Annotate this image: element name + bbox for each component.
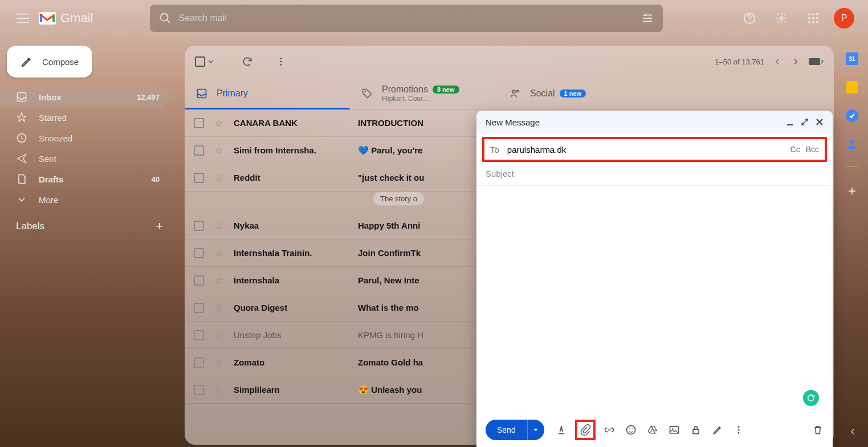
compose-footer: Send [476,413,833,447]
tab-social[interactable]: Social 1 new [498,78,646,109]
svg-point-3 [646,21,648,23]
star-button[interactable]: ☆ [214,384,223,396]
row-checkbox[interactable] [194,173,204,183]
subject: Parul, New Inte [358,275,419,285]
side-panel: 31 + [836,36,868,199]
input-tools-button[interactable] [809,57,824,66]
fullscreen-button[interactable] [801,118,809,126]
star-button[interactable]: ☆ [214,274,223,287]
tasks-app-icon[interactable] [846,109,858,122]
keep-app-icon[interactable] [846,81,858,94]
contacts-app-icon[interactable] [846,138,858,151]
svg-point-2 [649,17,651,19]
sidebar-item-inbox[interactable]: Inbox 12,497 [0,87,169,107]
search-options-icon[interactable] [641,12,654,25]
row-checkbox[interactable] [194,385,204,395]
star-button[interactable]: ☆ [214,117,223,129]
row-checkbox[interactable] [194,221,204,231]
svg-point-32 [737,426,739,428]
main-menu-button[interactable] [9,5,36,32]
row-checkbox[interactable] [194,145,204,156]
svg-point-23 [364,91,366,92]
gmail-logo[interactable]: Gmail [39,11,93,26]
tab-primary[interactable]: Primary [185,78,350,109]
compose-header[interactable]: New Message [476,111,833,133]
star-button[interactable]: ☆ [214,220,223,232]
support-button[interactable] [738,7,761,30]
star-button[interactable]: ☆ [214,144,223,157]
sidebar-item-starred[interactable]: Starred [0,107,169,128]
close-button[interactable] [816,118,824,126]
star-button[interactable]: ☆ [214,247,223,259]
bcc-button[interactable]: Bcc [806,145,819,154]
select-all-checkbox[interactable] [195,56,214,67]
settings-button[interactable] [770,7,793,30]
send-button[interactable]: Send [486,420,527,440]
to-input[interactable] [507,145,790,155]
insert-link-button[interactable] [604,424,615,436]
formatting-button[interactable] [556,424,567,436]
show-side-panel-button[interactable] [847,426,858,437]
row-checkbox[interactable] [194,357,204,368]
sidebar-item-snoozed[interactable]: Snoozed [0,128,169,148]
sender: Nykaa [234,221,348,230]
calendar-app-icon[interactable]: 31 [846,52,858,65]
grammarly-icon[interactable] [803,390,819,406]
labels-header: Labels + [0,210,177,234]
next-page-button[interactable] [790,56,801,67]
row-checkbox[interactable] [194,248,204,258]
subject: Happy 5th Anni [358,221,420,230]
svg-rect-22 [198,89,206,97]
attachment-chip[interactable]: The story o [373,192,425,206]
tab-promotions[interactable]: Promotions 8 new Flipkart, Cour... [350,78,498,109]
compose-button[interactable]: Compose [7,46,92,78]
add-app-button[interactable]: + [848,183,856,199]
sender: Simplilearn [234,385,348,395]
more-options-button[interactable] [733,425,744,435]
subject-input[interactable] [476,162,833,186]
header: Gmail P [0,0,868,36]
svg-point-25 [517,90,519,92]
sender: Internshala Trainin. [234,248,348,258]
row-checkbox[interactable] [194,275,204,286]
row-checkbox[interactable] [194,118,204,128]
attach-file-button-highlighted[interactable] [575,420,596,440]
sidebar-item-more[interactable]: More [0,189,169,210]
confidential-mode-button[interactable] [690,424,702,436]
row-checkbox[interactable] [194,330,204,340]
svg-point-1 [645,14,647,17]
svg-point-8 [812,13,814,15]
insert-photo-button[interactable] [669,424,680,436]
compose-window: New Message To Cc Bcc Send [476,111,833,447]
row-checkbox[interactable] [194,303,204,313]
svg-point-11 [812,17,814,19]
search-bar[interactable] [150,5,663,32]
star-button[interactable]: ☆ [214,172,223,184]
promotions-badge: 8 new [433,86,459,94]
compose-body[interactable] [476,186,833,413]
sidebar-item-drafts[interactable]: Drafts 40 [0,169,169,189]
star-button[interactable]: ☆ [214,356,223,369]
account-avatar[interactable]: P [834,8,854,29]
search-icon [159,12,172,25]
add-label-button[interactable]: + [156,219,163,234]
sender: Unstop Jobs [234,330,348,340]
star-button[interactable]: ☆ [214,329,223,342]
minimize-button[interactable] [786,118,794,126]
send-options-button[interactable] [527,420,544,440]
pagination-range: 1–50 of 13,761 [715,58,764,66]
more-button[interactable] [276,56,286,67]
prev-page-button[interactable] [772,56,783,67]
cc-button[interactable]: Cc [790,145,800,154]
star-button[interactable]: ☆ [214,302,223,314]
apps-button[interactable] [802,7,825,30]
refresh-button[interactable] [242,56,253,67]
insert-signature-button[interactable] [712,424,723,436]
insert-emoji-button[interactable] [625,424,637,436]
discard-draft-button[interactable] [812,424,824,436]
insert-drive-button[interactable] [647,424,658,436]
sidebar-item-sent[interactable]: Sent [0,148,169,169]
search-input[interactable] [172,13,641,23]
sender: Zomato [234,357,348,367]
sent-label: Sent [39,154,56,164]
